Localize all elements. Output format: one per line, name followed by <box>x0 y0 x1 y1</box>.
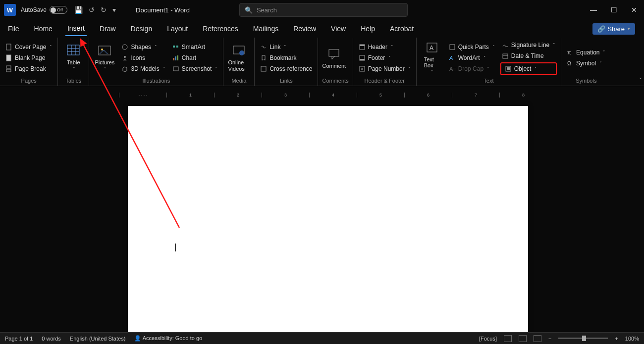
tab-insert[interactable]: Insert <box>65 21 87 36</box>
autosave-label: AutoSave <box>21 6 47 13</box>
shapes-label: Shapes <box>131 44 151 50</box>
symbol-icon: Ω <box>567 60 574 67</box>
page-indicator[interactable]: Page 1 of 1 <box>5 336 33 342</box>
tab-file[interactable]: File <box>6 22 21 36</box>
page-break-button[interactable]: Page Break <box>4 64 54 73</box>
quick-parts-button[interactable]: Quick Parts˅ <box>447 43 496 51</box>
share-button[interactable]: 🔗 Share ▾ <box>592 23 635 35</box>
chart-button[interactable]: Chart <box>171 53 219 62</box>
zoom-slider[interactable] <box>558 338 608 339</box>
qat-more-icon[interactable]: ▾ <box>112 6 116 14</box>
document-page[interactable] <box>128 106 528 332</box>
group-media: Online Videos Media <box>223 38 255 86</box>
search-box[interactable]: 🔍 Search <box>239 3 408 17</box>
word-count[interactable]: 0 words <box>42 336 61 342</box>
equation-button[interactable]: πEquation˅ <box>565 48 607 57</box>
chevron-down-icon: ˅ <box>408 66 411 71</box>
svg-rect-3 <box>6 69 11 72</box>
undo-icon[interactable]: ↺ <box>89 6 95 14</box>
chevron-down-icon: ˅ <box>483 55 486 60</box>
tab-view[interactable]: View <box>329 22 348 36</box>
tab-home[interactable]: Home <box>32 22 54 36</box>
smartart-button[interactable]: SmartArt <box>171 43 219 51</box>
svg-point-10 <box>101 49 103 50</box>
icons-button[interactable]: Icons <box>120 53 166 62</box>
shapes-icon <box>121 44 128 50</box>
accessibility-status[interactable]: 👤 Accessibility: Good to go <box>134 335 202 342</box>
table-button[interactable]: Table ˅ <box>62 40 85 76</box>
zoom-in-button[interactable]: + <box>615 336 618 342</box>
calendar-icon <box>502 52 509 59</box>
3d-models-button[interactable]: 3D Models˅ <box>120 64 166 73</box>
zoom-out-button[interactable]: − <box>548 336 551 342</box>
slider-knob-icon <box>582 336 586 341</box>
page-icon <box>5 44 12 50</box>
comment-button[interactable]: Comment <box>322 40 346 76</box>
footer-button[interactable]: Footer˅ <box>357 53 412 62</box>
minimize-icon[interactable]: — <box>590 6 597 14</box>
language-indicator[interactable]: English (United States) <box>70 336 126 342</box>
signature-line-button[interactable]: Signature Line˅ <box>500 41 557 49</box>
text-box-button[interactable]: A Text Box ˅ <box>421 40 443 76</box>
date-time-label: Date & Time <box>511 52 544 59</box>
tab-acrobat[interactable]: Acrobat <box>388 22 416 36</box>
pictures-button[interactable]: Pictures ˅ <box>93 40 116 76</box>
wordart-button[interactable]: AWordArt˅ <box>447 53 496 62</box>
screenshot-button[interactable]: Screenshot˅ <box>171 64 219 73</box>
horizontal-ruler[interactable]: · · · · 1 2 3 4 5 6 7 8 <box>119 91 639 99</box>
autosave-control[interactable]: AutoSave Off <box>21 6 67 14</box>
tab-help[interactable]: Help <box>359 22 377 36</box>
tab-review[interactable]: Review <box>291 22 318 36</box>
cross-reference-button[interactable]: Cross-reference <box>259 64 314 73</box>
tab-layout[interactable]: Layout <box>165 22 190 36</box>
text-box-icon: A <box>425 41 439 55</box>
table-label: Table <box>67 59 80 65</box>
ruler-mark: 3 <box>262 93 309 98</box>
group-pages: Cover Page˅ Blank Page Page Break Pages <box>0 38 58 86</box>
zoom-level[interactable]: 100% <box>625 336 639 342</box>
ruler-mark: 1 <box>166 93 214 98</box>
link-label: Link <box>269 44 280 50</box>
svg-rect-13 <box>173 46 175 48</box>
tab-references[interactable]: References <box>201 22 240 36</box>
svg-rect-9 <box>99 46 110 55</box>
print-layout-icon[interactable] <box>519 335 527 342</box>
svg-text:A≡: A≡ <box>449 66 456 72</box>
cover-page-button[interactable]: Cover Page˅ <box>4 43 54 51</box>
shapes-button[interactable]: Shapes˅ <box>120 43 166 51</box>
link-button[interactable]: Link˅ <box>259 43 314 51</box>
tab-mailings[interactable]: Mailings <box>251 22 280 36</box>
focus-mode-button[interactable]: [Focus] <box>479 336 497 342</box>
bookmark-button[interactable]: Bookmark <box>259 53 314 62</box>
symbol-button[interactable]: ΩSymbol˅ <box>565 59 607 68</box>
object-button[interactable]: Object˅ <box>503 64 554 73</box>
tab-draw[interactable]: Draw <box>98 22 118 36</box>
close-icon[interactable]: ✕ <box>631 6 637 14</box>
cover-page-label: Cover Page <box>15 44 46 50</box>
redo-icon[interactable]: ↻ <box>101 6 107 14</box>
word-app-icon: W <box>4 4 16 16</box>
autosave-toggle[interactable]: Off <box>50 6 67 14</box>
svg-rect-17 <box>177 55 178 60</box>
group-label: Symbols <box>565 76 607 84</box>
tab-design[interactable]: Design <box>129 22 155 36</box>
blank-page-button[interactable]: Blank Page <box>4 53 54 62</box>
maximize-icon[interactable]: ☐ <box>611 6 617 14</box>
web-layout-icon[interactable] <box>534 335 541 342</box>
ruler-mark: · · · · <box>119 93 166 98</box>
chevron-down-icon: ˅ <box>284 45 286 49</box>
quick-access-toolbar: 💾 ↺ ↻ ▾ <box>74 6 116 14</box>
page-number-button[interactable]: #Page Number˅ <box>357 64 412 73</box>
header-button[interactable]: Header˅ <box>357 43 412 51</box>
date-time-button[interactable]: Date & Time <box>500 51 557 60</box>
drop-cap-button[interactable]: A≡Drop Cap˅ <box>447 64 496 73</box>
text-cursor <box>175 244 176 251</box>
object-highlight: Object˅ <box>500 62 557 75</box>
read-mode-icon[interactable] <box>504 335 512 342</box>
online-videos-button[interactable]: Online Videos <box>227 40 250 76</box>
footer-icon <box>359 54 366 61</box>
save-icon[interactable]: 💾 <box>74 6 83 14</box>
collapse-ribbon-icon[interactable]: ˅ <box>639 77 642 84</box>
vertical-ruler[interactable] <box>3 101 11 332</box>
bookmark-icon <box>260 54 267 61</box>
